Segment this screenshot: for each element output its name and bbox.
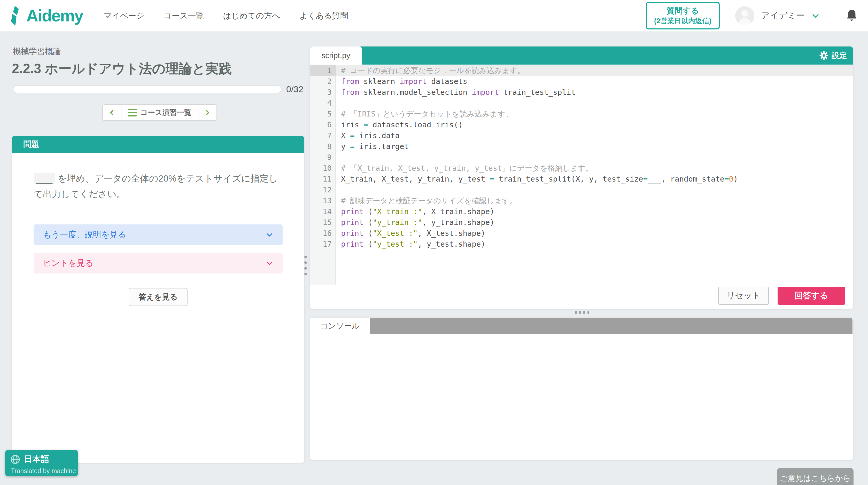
code-area[interactable]: 1# コードの実行に必要なモジュールを読み込みます。2from sklearn … bbox=[310, 65, 853, 285]
console-header-bar bbox=[370, 318, 852, 334]
line-number: 9 bbox=[310, 152, 336, 163]
console-header: コンソール bbox=[310, 318, 853, 334]
next-exercise-button[interactable] bbox=[198, 105, 216, 120]
problem-header-label: 問題 bbox=[23, 139, 39, 150]
navbar-right: 質問する (2営業日以内返信) アイデミー bbox=[646, 2, 858, 29]
aidemy-logo[interactable]: Aidemy bbox=[9, 5, 83, 26]
gear-icon bbox=[819, 51, 829, 60]
code-text: print ("y_train :", y_train.shape) bbox=[336, 217, 494, 228]
line-number: 3 bbox=[310, 87, 336, 98]
blank-code-token: ___ bbox=[34, 173, 55, 184]
nav-link-beginners[interactable]: はじめての方へ bbox=[223, 10, 280, 21]
line-number: 6 bbox=[310, 119, 336, 130]
code-line-17[interactable]: 17print ("y_test :", y_test.shape) bbox=[310, 238, 853, 250]
code-text: # コードの実行に必要なモジュールを読み込みます。 bbox=[336, 65, 525, 76]
language-sublabel: Translated by machine bbox=[10, 467, 78, 475]
code-line-11[interactable]: 11X_train, X_test, y_train, y_test = tra… bbox=[310, 173, 853, 184]
code-line-12[interactable]: 12 bbox=[310, 184, 853, 195]
code-line-15[interactable]: 15print ("y_train :", y_train.shape) bbox=[310, 217, 853, 228]
code-line-4[interactable]: 4 bbox=[310, 98, 853, 108]
language-badge[interactable]: 日本語 Translated by machine bbox=[5, 450, 78, 476]
language-badge-top: 日本語 bbox=[10, 453, 78, 465]
code-text bbox=[336, 152, 341, 163]
code-line-14[interactable]: 14print ("X_train :", X_train.shape) bbox=[310, 206, 853, 217]
line-number: 14 bbox=[310, 206, 336, 217]
breadcrumb[interactable]: 機械学習概論 bbox=[13, 46, 61, 57]
nav-links: マイページ コース一覧 はじめての方へ よくある質問 bbox=[103, 10, 348, 21]
submit-answer-button[interactable]: 回答する bbox=[778, 287, 845, 305]
settings-button[interactable]: 設定 bbox=[813, 46, 853, 65]
nav-link-faq[interactable]: よくある質問 bbox=[300, 10, 348, 21]
course-exercise-list-button[interactable]: コース演習一覧 bbox=[121, 105, 198, 120]
code-line-1[interactable]: 1# コードの実行に必要なモジュールを読み込みます。 bbox=[310, 65, 853, 76]
panel-resize-handle[interactable] bbox=[304, 256, 307, 275]
hint-accordion[interactable]: ヒントを見る bbox=[34, 253, 283, 273]
line-number: 8 bbox=[310, 141, 336, 152]
code-text: print ("y_test :", y_test.shape) bbox=[336, 238, 486, 250]
code-text: X_train, X_test, y_train, y_test = train… bbox=[336, 173, 738, 184]
chevron-right-icon bbox=[204, 109, 211, 116]
code-line-2[interactable]: 2from sklearn import datasets bbox=[310, 76, 853, 87]
avatar[interactable] bbox=[735, 6, 754, 25]
chevron-down-icon[interactable] bbox=[811, 11, 820, 20]
console-output bbox=[310, 334, 853, 460]
line-number: 13 bbox=[310, 195, 336, 206]
chevron-down-icon bbox=[266, 259, 273, 267]
code-text: # 訓練データと検証データのサイズを確認します。 bbox=[336, 195, 517, 206]
top-navbar: Aidemy マイページ コース一覧 はじめての方へ よくある質問 質問する (… bbox=[0, 0, 868, 32]
nav-link-mypage[interactable]: マイページ bbox=[103, 10, 145, 21]
code-text bbox=[336, 184, 341, 195]
tab-script-py[interactable]: script.py bbox=[310, 46, 362, 65]
chevron-down-icon bbox=[266, 231, 273, 238]
code-text: # 「X_train, X_test, y_train, y_test」にデータ… bbox=[336, 163, 593, 173]
code-line-9[interactable]: 9 bbox=[310, 152, 853, 163]
feedback-button[interactable]: ご意見はこちらから bbox=[777, 468, 854, 485]
code-line-8[interactable]: 8y = iris.target bbox=[310, 141, 853, 152]
explain-again-label: もう一度、説明を見る bbox=[43, 229, 126, 240]
navbar-divider bbox=[832, 4, 832, 28]
code-line-6[interactable]: 6iris = datasets.load_iris() bbox=[310, 119, 853, 130]
tab-console[interactable]: コンソール bbox=[310, 318, 370, 334]
code-line-16[interactable]: 16print ("X_test :", X_test.shape) bbox=[310, 228, 853, 238]
code-text: X = iris.data bbox=[336, 130, 400, 141]
code-text: from sklearn import datasets bbox=[336, 76, 467, 87]
code-text: # 「IRIS」というデータセットを読み込みます。 bbox=[336, 108, 513, 119]
hint-label: ヒントを見る bbox=[43, 257, 94, 269]
ask-question-button[interactable]: 質問する (2営業日以内返信) bbox=[646, 2, 720, 29]
list-icon bbox=[128, 109, 137, 117]
console-resize-handle[interactable] bbox=[575, 311, 589, 314]
problem-body: ___ を埋め、データの全体の20%をテストサイズに指定して出力してください。 … bbox=[12, 153, 304, 306]
page-title: 2.2.3 ホールドアウト法の理論と実践 bbox=[12, 60, 232, 78]
nav-link-courses[interactable]: コース一覧 bbox=[163, 10, 204, 21]
explain-again-accordion[interactable]: もう一度、説明を見る bbox=[34, 224, 283, 245]
line-number: 2 bbox=[310, 76, 336, 87]
code-text: iris = datasets.load_iris() bbox=[336, 119, 463, 130]
prev-exercise-button[interactable] bbox=[103, 105, 121, 120]
ask-question-sublabel: (2営業日以内返信) bbox=[654, 16, 711, 26]
line-number: 1 bbox=[310, 65, 336, 76]
show-answer-button[interactable]: 答えを見る bbox=[129, 288, 188, 306]
line-number: 15 bbox=[310, 217, 336, 228]
code-line-5[interactable]: 5# 「IRIS」というデータセットを読み込みます。 bbox=[310, 108, 853, 119]
code-text: y = iris.target bbox=[336, 141, 409, 152]
code-text: print ("X_test :", X_test.shape) bbox=[336, 228, 486, 238]
aidemy-logo-text: Aidemy bbox=[26, 6, 83, 25]
ask-question-label: 質問する bbox=[654, 5, 711, 16]
code-line-10[interactable]: 10# 「X_train, X_test, y_train, y_test」にデ… bbox=[310, 163, 853, 173]
reset-button[interactable]: リセット bbox=[718, 287, 769, 305]
code-line-13[interactable]: 13# 訓練データと検証データのサイズを確認します。 bbox=[310, 195, 853, 206]
line-number: 17 bbox=[310, 238, 336, 250]
line-number: 5 bbox=[310, 108, 336, 119]
code-lines: 1# コードの実行に必要なモジュールを読み込みます。2from sklearn … bbox=[310, 65, 853, 250]
notification-bell-icon[interactable] bbox=[846, 9, 858, 22]
progress-section: 0/32 bbox=[13, 84, 304, 94]
line-number: 10 bbox=[310, 163, 336, 173]
problem-statement: ___ を埋め、データの全体の20%をテストサイズに指定して出力してください。 bbox=[34, 171, 283, 202]
code-line-3[interactable]: 3from sklearn.model_selection import tra… bbox=[310, 87, 853, 98]
editor-actions: リセット 回答する bbox=[718, 287, 845, 305]
problem-statement-text: を埋め、データの全体の20%をテストサイズに指定して出力してください。 bbox=[34, 173, 278, 199]
language-label: 日本語 bbox=[24, 453, 49, 465]
problem-header: 問題 bbox=[12, 136, 304, 153]
code-line-7[interactable]: 7X = iris.data bbox=[310, 130, 853, 141]
course-exercise-list-label: コース演習一覧 bbox=[140, 108, 191, 118]
